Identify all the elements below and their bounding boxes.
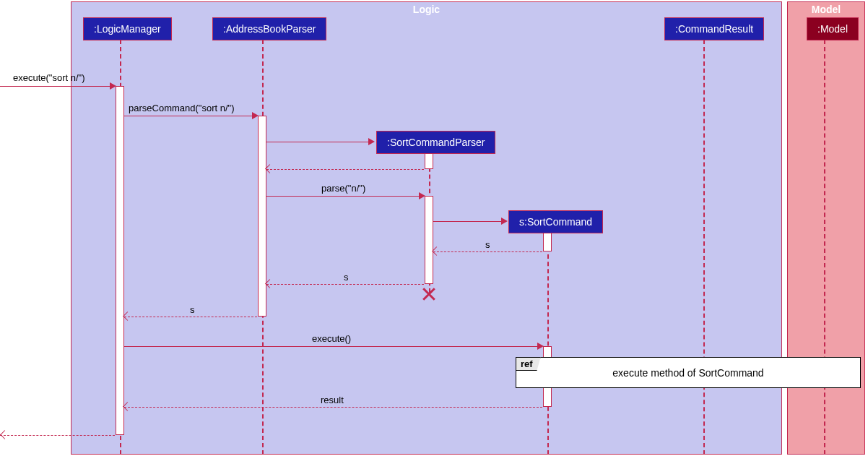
ref-tab: ref — [516, 357, 541, 371]
msg-return-scp-line — [266, 169, 424, 170]
activation-address-book-parser — [258, 116, 266, 317]
msg-return-result-line — [124, 407, 542, 408]
msg-create-sc-arrow — [501, 218, 508, 225]
msg-execute-sort-label: execute("sort n/") — [13, 72, 85, 83]
msg-return-final-arrow — [0, 430, 9, 439]
lifeline-sort-command — [547, 233, 549, 455]
msg-parse-command-label: parseCommand("sort n/") — [129, 103, 235, 113]
msg-parse-command-line — [124, 116, 257, 116]
activation-scp-1 — [425, 153, 433, 169]
msg-return-s2-line — [266, 284, 424, 285]
participant-command-result: :CommandResult — [664, 17, 764, 40]
msg-return-final-line — [0, 435, 115, 436]
activation-logic-manager — [116, 86, 124, 435]
sequence-diagram: Logic Model :LogicManager :AddressBookPa… — [0, 0, 868, 456]
msg-return-s3-line — [124, 317, 257, 317]
msg-create-scp-arrow — [368, 138, 375, 145]
msg-return-s1-line — [433, 251, 542, 252]
ref-frame: ref execute method of SortCommand — [516, 357, 861, 388]
msg-parse-n-line — [266, 196, 424, 197]
lifeline-model — [824, 40, 825, 455]
msg-create-scp-line — [266, 142, 373, 142]
msg-create-sc-line — [433, 221, 506, 222]
participant-logic-manager: :LogicManager — [83, 17, 172, 40]
frame-model-label: Model — [812, 4, 841, 15]
activation-scp-2 — [425, 196, 433, 284]
destroy-scp — [421, 286, 437, 302]
msg-parse-n-label: parse("n/") — [321, 183, 365, 194]
activation-sc-1 — [543, 233, 552, 251]
participant-address-book-parser: :AddressBookParser — [212, 17, 326, 40]
msg-return-s3-label: s — [190, 304, 195, 315]
ref-text: execute method of SortCommand — [612, 367, 763, 379]
msg-return-s2-label: s — [344, 272, 349, 283]
msg-return-s1-label: s — [485, 239, 490, 250]
msg-execute-line — [124, 346, 542, 347]
participant-sort-command: s:SortCommand — [508, 210, 603, 233]
msg-execute-label: execute() — [312, 333, 351, 344]
frame-logic-label: Logic — [413, 4, 440, 15]
msg-execute-sort-line — [0, 86, 115, 87]
participant-model: :Model — [807, 17, 859, 40]
msg-return-result-label: result — [321, 395, 344, 405]
lifeline-command-result — [703, 40, 705, 455]
participant-sort-command-parser: :SortCommandParser — [376, 131, 495, 154]
